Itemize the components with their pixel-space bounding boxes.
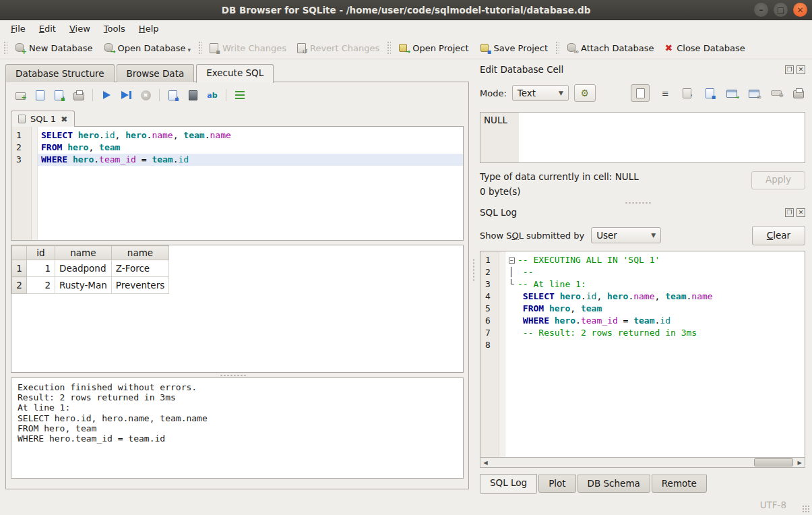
text-mode-icon[interactable] [631,84,650,102]
save-sql-file-icon[interactable]: ▪▾ [53,89,66,101]
close-sql-tab-icon[interactable]: ✖ [61,115,67,124]
menu-file[interactable]: File [4,22,32,36]
toggle-editor-layout-icon[interactable] [233,89,247,101]
auto-switch-mode-button[interactable]: ⚙ [574,84,596,102]
link-icon[interactable]: ∞ [747,87,761,99]
open-sql-file-icon[interactable] [33,89,46,101]
sql-doc-tab[interactable]: SQL 1 ✖ [11,111,75,127]
row-header[interactable]: 1 [12,260,27,277]
new-database-button[interactable]: + New Database [9,40,98,56]
splitter-handle[interactable] [480,200,805,205]
sql-log-code[interactable]: −-- EXECUTING ALL IN 'SQL 1'│ --└-- At l… [505,251,805,457]
minimize-button[interactable]: – [754,3,768,17]
sql-editor-code[interactable]: SELECT hero.id, hero.name, team.nameFROM… [38,127,463,240]
attach-database-label: Attach Database [581,43,654,53]
result-cell[interactable]: 1 [27,260,55,277]
chevron-down-icon[interactable]: ▾ [187,47,191,53]
menu-tools[interactable]: Tools [97,22,132,36]
execute-sql-pane: + ▪▾ ✖ ▪▾ ab SQL 1 ✖ [5,82,469,489]
sql-log-dock-header: SQL Log ❐ ✕ [480,205,805,220]
tab-db-schema[interactable]: DB Schema [577,475,650,493]
execute-all-icon[interactable] [100,89,113,101]
row-header[interactable]: 2 [12,277,27,294]
result-cell[interactable]: 2 [27,277,55,294]
revert-changes-label: Revert Changes [310,43,379,53]
menu-bar: File Edit View Tools Help [0,20,812,37]
toolbar-handle[interactable] [555,41,559,55]
corner-header[interactable] [12,246,27,260]
revert-changes-button[interactable]: ↺ Revert Changes [292,40,385,56]
toolbar-handle[interactable] [387,41,391,55]
line-number: 5 [485,303,499,315]
cell-editor-icon-strip: ≡ ▾ ▪ → ∞ ⊖ [631,84,805,102]
mode-select[interactable]: Text ▼ [512,85,569,101]
tab-plot[interactable]: Plot [538,475,575,493]
menu-edit[interactable]: Edit [32,22,63,36]
clear-button[interactable]: Clear [752,226,805,245]
tab-sql-log[interactable]: SQL Log [480,474,537,494]
close-dock-icon[interactable]: ✕ [797,65,805,74]
log-line: WHERE hero.team_id = team.id [505,315,805,327]
maximize-button[interactable]: □ [774,3,788,17]
splitter-handle[interactable] [11,373,464,377]
result-cell[interactable]: Z-Force [111,260,169,277]
sql-toolbar: + ▪▾ ✖ ▪▾ ab [11,86,464,107]
open-external-icon[interactable]: → [725,87,739,99]
write-changes-button[interactable]: ▪ Write Changes [204,40,292,56]
attach-database-button[interactable]: ∞ Attach Database [561,40,659,56]
save-results-icon[interactable]: ▪▾ [166,89,180,101]
tab-execute-sql[interactable]: Execute SQL [196,64,274,83]
open-project-button[interactable]: → Open Project [393,40,474,56]
log-line: SELECT hero.id, hero.name, team.name [505,291,805,303]
result-cell[interactable]: Rusty-Man [55,277,112,294]
sql-log-hscrollbar[interactable]: ◀ ▶ [480,457,805,468]
tab-database-structure[interactable]: Database Structure [5,64,115,82]
result-cell[interactable]: Preventers [111,277,169,294]
execute-current-line-icon[interactable] [119,89,133,101]
close-button[interactable]: ✕ [793,3,807,17]
mode-value: Text [518,88,536,98]
column-header[interactable]: name [55,246,112,260]
column-header[interactable]: id [27,246,55,260]
set-null-icon[interactable]: ⊖ [770,87,783,99]
sql-editor[interactable]: 123 SELECT hero.id, hero.name, team.name… [11,126,464,241]
scroll-left-icon[interactable]: ◀ [480,458,491,467]
word-wrap-icon[interactable]: ≡ [658,87,672,99]
resize-grip-icon[interactable] [802,505,810,513]
tab-browse-data[interactable]: Browse Data [117,64,195,82]
cell-value-editor[interactable]: NULL [480,112,805,163]
export-file-icon[interactable]: ▪ [703,87,716,99]
window-title: DB Browser for SQLite - /home/user/code/… [222,5,591,16]
import-file-icon[interactable]: ▾ [681,87,694,99]
left-panel: Database Structure Browse Data Execute S… [0,59,472,495]
sql-log-view[interactable]: 12345678 −-- EXECUTING ALL IN 'SQL 1'│ -… [480,251,805,457]
close-dock-icon[interactable]: ✕ [797,208,805,217]
right-panel: Edit Database Cell ❐ ✕ Mode: Text ▼ ⚙ ≡ … [476,59,812,495]
fold-collapse-icon[interactable]: − [509,258,515,264]
open-database-button[interactable]: → Open Database ▾ [98,40,196,56]
save-project-button[interactable]: ▪ Save Project [474,40,554,56]
scrollbar-thumb[interactable] [754,458,793,466]
float-dock-icon[interactable]: ❐ [785,65,794,74]
find-icon[interactable] [186,89,199,101]
stop-icon[interactable]: ✖ [139,89,152,101]
format-sql-icon[interactable]: ab [206,89,219,101]
float-dock-icon[interactable]: ❐ [785,208,794,217]
menu-help[interactable]: Help [132,22,166,36]
close-database-button[interactable]: ✖ Close Database [659,40,750,56]
submitter-select[interactable]: User ▼ [591,227,661,243]
result-cell[interactable]: Deadpond [55,260,112,277]
tab-remote[interactable]: Remote [652,475,707,493]
column-header[interactable]: name [111,246,169,260]
new-sql-tab-icon[interactable]: + [13,89,27,101]
print-icon[interactable] [72,89,86,101]
toolbar-handle[interactable] [3,41,7,55]
scroll-right-icon[interactable]: ▶ [794,458,805,467]
print-cell-icon[interactable] [792,87,805,99]
menu-view[interactable]: View [63,22,97,36]
chevron-down-icon: ▼ [551,90,563,96]
line-number: 1 [485,254,499,266]
results-grid[interactable]: idnamename11DeadpondZ-Force22Rusty-ManPr… [11,245,464,373]
apply-button[interactable]: Apply [751,171,805,189]
execution-log[interactable]: Execution finished without errors. Resul… [11,377,464,479]
